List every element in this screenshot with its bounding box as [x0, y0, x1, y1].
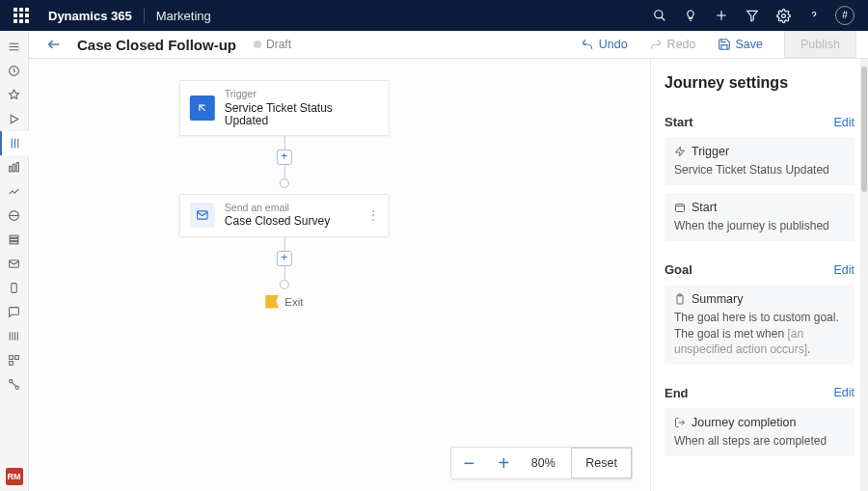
save-button[interactable]: Save [712, 34, 770, 55]
filter-button[interactable] [737, 0, 768, 31]
add-button[interactable] [706, 0, 737, 31]
card-start[interactable]: Start When the journey is published [665, 193, 854, 241]
save-label: Save [736, 38, 764, 51]
redo-icon [649, 38, 663, 51]
svg-rect-19 [10, 235, 18, 237]
svg-rect-15 [10, 166, 12, 171]
status-text: Draft [266, 38, 291, 51]
svg-rect-16 [13, 164, 14, 172]
edit-end-link[interactable]: Edit [833, 386, 854, 399]
card-body: When the journey is published [674, 218, 845, 233]
rail-menu[interactable] [0, 35, 29, 59]
lightbulb-icon [684, 9, 697, 22]
app-launcher[interactable] [8, 0, 39, 31]
rail-item-6[interactable] [0, 155, 29, 179]
svg-line-1 [662, 17, 665, 21]
node-trigger[interactable]: Trigger Service Ticket Status Updated [179, 80, 390, 136]
zoom-out-button[interactable]: − [451, 452, 486, 475]
nav-rail: RM [0, 31, 29, 491]
rail-profile[interactable]: RM [6, 468, 23, 485]
email-tile-icon [190, 203, 215, 228]
app-shell: RM Case Closed Follow-up Draft Undo Redo [0, 31, 868, 491]
rail-play[interactable] [0, 107, 29, 131]
save-icon [718, 38, 731, 51]
card-body: Service Ticket Status Updated [674, 162, 845, 177]
exit-node[interactable]: Exit [265, 295, 303, 309]
svg-line-31 [200, 105, 205, 111]
rail-item-8[interactable] [0, 204, 29, 228]
zoom-in-button[interactable]: + [486, 452, 521, 475]
node-more-button[interactable]: ⋮ [366, 207, 381, 223]
svg-marker-4 [747, 11, 758, 20]
content: Trigger Service Ticket Status Updated + [29, 59, 868, 491]
rail-pinned[interactable] [0, 83, 29, 107]
redo-button[interactable]: Redo [643, 34, 702, 55]
section-label: Start [665, 115, 693, 129]
rail-item-7[interactable] [0, 179, 29, 204]
area-name[interactable]: Marketing [156, 9, 211, 23]
journey-canvas[interactable]: Trigger Service Ticket Status Updated + [29, 59, 650, 491]
section-goal: Goal Edit Summary The goal here is to cu… [665, 262, 854, 365]
zoom-reset-button[interactable]: Reset [571, 448, 632, 478]
plus-icon [715, 9, 728, 22]
card-title-text: Start [692, 201, 717, 214]
node-caption: Send an email [225, 203, 330, 213]
connector [284, 266, 285, 280]
undo-button[interactable]: Undo [575, 34, 634, 55]
publish-button[interactable]: Publish [784, 31, 856, 58]
rail-item-12[interactable] [0, 300, 29, 324]
add-step-button[interactable]: + [277, 251, 292, 266]
settings-button[interactable] [768, 0, 799, 31]
section-label: End [665, 386, 689, 400]
status-dot-icon [254, 41, 261, 48]
zoom-control: − + 80% Reset [450, 447, 633, 479]
card-journey-completion[interactable]: Journey completion When all steps are co… [665, 408, 854, 456]
card-trigger[interactable]: Trigger Service Ticket Status Updated [665, 137, 854, 185]
rail-item-9[interactable] [0, 228, 29, 252]
svg-marker-33 [676, 147, 685, 156]
rail-recent[interactable] [0, 59, 29, 83]
card-title-text: Summary [692, 292, 743, 306]
exit-label: Exit [285, 296, 303, 308]
search-button[interactable] [644, 0, 675, 31]
settings-panel: Journey settings Start Edit Trigger Serv… [650, 59, 868, 491]
filter-icon [746, 9, 759, 22]
card-title-text: Trigger [692, 145, 729, 158]
scrollbar[interactable] [860, 59, 868, 491]
trigger-tile-icon [190, 95, 215, 121]
edit-goal-link[interactable]: Edit [833, 263, 854, 277]
flow-endpoint [280, 280, 289, 289]
rail-item-14[interactable] [0, 348, 29, 372]
rail-item-10[interactable] [0, 252, 29, 276]
back-button[interactable] [41, 31, 68, 58]
svg-rect-25 [15, 356, 19, 360]
command-bar: Case Closed Follow-up Draft Undo Redo Sa… [29, 31, 868, 59]
rail-journeys[interactable] [0, 131, 29, 155]
rail-item-11[interactable] [0, 276, 29, 300]
node-label: Service Ticket Status Updated [225, 102, 379, 127]
account-button[interactable]: # [829, 0, 860, 31]
edit-start-link[interactable]: Edit [833, 116, 854, 129]
node-email[interactable]: Send an email Case Closed Survey ⋮ [179, 194, 390, 237]
svg-rect-34 [676, 205, 685, 212]
rail-item-15[interactable] [0, 372, 29, 396]
add-step-button[interactable]: + [277, 150, 292, 165]
svg-rect-26 [10, 362, 14, 366]
card-body: When all steps are completed [674, 433, 845, 449]
node-caption: Trigger [225, 89, 379, 99]
rail-item-13[interactable] [0, 324, 29, 348]
waffle-icon [14, 8, 29, 23]
calendar-icon [674, 202, 686, 213]
header-separator [144, 8, 145, 23]
connector [284, 136, 285, 150]
insights-button[interactable] [675, 0, 706, 31]
scrollbar-thumb[interactable] [861, 67, 867, 192]
flow-endpoint [280, 178, 289, 188]
card-goal-summary[interactable]: Summary The goal here is to custom goal.… [665, 285, 854, 365]
svg-point-0 [655, 11, 663, 18]
zoom-value: 80% [521, 456, 565, 470]
section-start: Start Edit Trigger Service Ticket Status… [665, 115, 854, 241]
svg-rect-24 [10, 356, 14, 360]
card-body: The goal here is to custom goal. The goa… [674, 310, 845, 357]
help-button[interactable] [799, 0, 829, 31]
